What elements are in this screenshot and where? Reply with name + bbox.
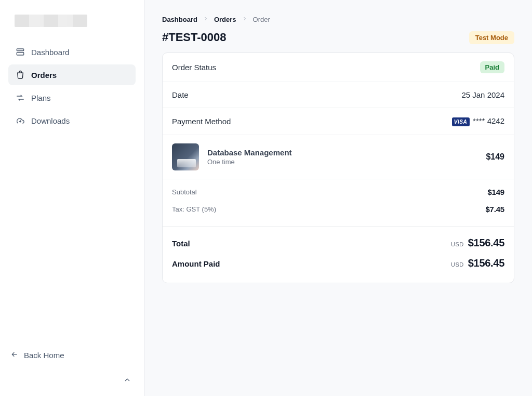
tax-value: $7.45	[485, 205, 504, 214]
order-date-value: 25 Jan 2024	[461, 90, 504, 99]
title-row: #TEST-0008 Test Mode	[162, 31, 514, 44]
order-card: Order Status Paid Date 25 Jan 2024 Payme…	[162, 52, 514, 283]
payment-method-value: VISA**** 4242	[452, 116, 504, 126]
sidebar-item-downloads[interactable]: Downloads	[8, 110, 136, 131]
status-badge: Paid	[480, 61, 504, 73]
plans-icon	[16, 93, 25, 102]
sidebar-item-plans[interactable]: Plans	[8, 87, 136, 108]
svg-rect-1	[17, 52, 24, 55]
order-status-label: Order Status	[172, 63, 216, 72]
svg-rect-0	[17, 49, 24, 51]
payment-method-row: Payment Method VISA**** 4242	[163, 108, 514, 135]
amount-paid-currency: USD	[451, 261, 464, 268]
product-price: $149	[486, 152, 504, 162]
back-home-link[interactable]: Back Home	[8, 345, 136, 365]
breadcrumb-orders[interactable]: Orders	[214, 16, 236, 23]
arrow-left-icon	[10, 350, 19, 360]
sidebar-item-label: Dashboard	[31, 48, 69, 57]
sidebar-item-label: Downloads	[31, 116, 70, 125]
sidebar-item-dashboard[interactable]: Dashboard	[8, 42, 136, 62]
product-name: Database Management	[207, 148, 292, 157]
amount-paid-value: $156.45	[468, 257, 504, 269]
product-thumbnail	[172, 143, 199, 170]
main-content: Dashboard Orders Order #TEST-0008 Test M…	[144, 0, 532, 396]
breadcrumb-dashboard[interactable]: Dashboard	[162, 16, 197, 23]
subtotal-line: Subtotal $149	[172, 183, 504, 201]
total-value: $156.45	[468, 237, 504, 249]
chevron-right-icon	[242, 16, 248, 23]
brand-logo-placeholder	[15, 15, 87, 27]
order-line-items: Database Management One time $149	[163, 135, 514, 179]
page-title: #TEST-0008	[162, 31, 227, 44]
subtotal-section: Subtotal $149 Tax: GST (5%) $7.45	[163, 179, 514, 227]
line-item: Database Management One time $149	[172, 143, 504, 170]
sidebar-nav: Dashboard Orders Plans	[8, 42, 136, 131]
totals-section: Total USD $156.45 Amount Paid USD $156.4…	[163, 227, 514, 283]
downloads-icon	[16, 116, 25, 125]
sidebar-item-label: Plans	[31, 94, 51, 102]
subtotal-value: $149	[487, 188, 504, 196]
sidebar-item-orders[interactable]: Orders	[8, 64, 136, 85]
breadcrumb-current: Order	[253, 16, 270, 23]
tax-label: Tax: GST (5%)	[172, 205, 216, 213]
total-line: Total USD $156.45	[172, 233, 504, 253]
tax-line: Tax: GST (5%) $7.45	[172, 201, 504, 218]
order-date-label: Date	[172, 90, 189, 99]
sidebar-item-label: Orders	[31, 71, 57, 80]
order-date-row: Date 25 Jan 2024	[163, 82, 514, 108]
test-mode-badge: Test Mode	[469, 31, 514, 44]
sidebar: Dashboard Orders Plans	[0, 0, 144, 396]
total-label: Total	[172, 239, 190, 248]
chevron-right-icon	[203, 16, 209, 23]
back-home-label: Back Home	[24, 351, 64, 360]
sidebar-collapse-button[interactable]	[8, 365, 136, 386]
subtotal-label: Subtotal	[172, 188, 197, 196]
payment-method-label: Payment Method	[172, 117, 231, 126]
amount-paid-line: Amount Paid USD $156.45	[172, 253, 504, 273]
breadcrumb: Dashboard Orders Order	[162, 16, 514, 23]
chevron-up-icon	[123, 376, 131, 386]
amount-paid-label: Amount Paid	[172, 259, 220, 268]
total-currency: USD	[451, 241, 464, 247]
visa-badge-icon: VISA	[452, 117, 470, 126]
product-text: Database Management One time	[207, 148, 292, 166]
orders-icon	[16, 70, 25, 80]
dashboard-icon	[16, 47, 25, 57]
card-last4: **** 4242	[473, 116, 504, 125]
order-status-row: Order Status Paid	[163, 53, 514, 82]
product-billing-type: One time	[207, 158, 292, 166]
